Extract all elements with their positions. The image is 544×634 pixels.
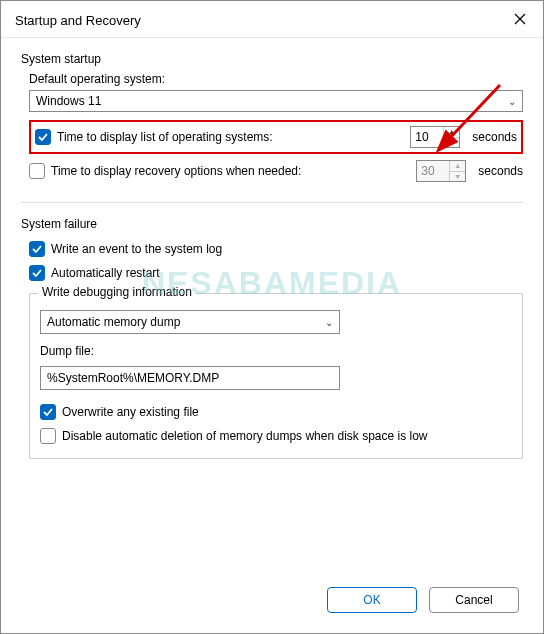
debug-type-value: Automatic memory dump bbox=[47, 315, 180, 329]
close-icon bbox=[514, 12, 526, 28]
spinner-down-icon[interactable]: ▼ bbox=[444, 138, 459, 148]
debug-type-select[interactable]: Automatic memory dump ⌄ bbox=[40, 310, 340, 334]
overwrite-checkbox[interactable] bbox=[40, 404, 56, 420]
overwrite-label: Overwrite any existing file bbox=[62, 405, 512, 419]
time-recovery-checkbox[interactable] bbox=[29, 163, 45, 179]
time-list-label: Time to display list of operating system… bbox=[57, 130, 400, 144]
divider bbox=[21, 202, 523, 203]
ok-button[interactable]: OK bbox=[327, 587, 417, 613]
default-os-label: Default operating system: bbox=[29, 72, 523, 86]
close-button[interactable] bbox=[509, 9, 531, 31]
default-os-value: Windows 11 bbox=[36, 94, 101, 108]
spinner-down-icon: ▼ bbox=[450, 172, 465, 182]
auto-restart-checkbox[interactable] bbox=[29, 265, 45, 281]
startup-recovery-dialog: Startup and Recovery System startup Defa… bbox=[0, 0, 544, 634]
cancel-button[interactable]: Cancel bbox=[429, 587, 519, 613]
default-os-select[interactable]: Windows 11 ⌄ bbox=[29, 90, 523, 112]
debug-info-group: Write debugging information Automatic me… bbox=[29, 293, 523, 459]
dialog-content: System startup Default operating system:… bbox=[1, 38, 543, 587]
time-list-checkbox[interactable] bbox=[35, 129, 51, 145]
button-bar: OK Cancel bbox=[1, 587, 543, 633]
dump-file-input[interactable] bbox=[40, 366, 340, 390]
titlebar: Startup and Recovery bbox=[1, 1, 543, 38]
time-list-row-highlight: Time to display list of operating system… bbox=[29, 120, 523, 154]
system-startup-label: System startup bbox=[21, 52, 523, 66]
write-event-checkbox[interactable] bbox=[29, 241, 45, 257]
dialog-title: Startup and Recovery bbox=[15, 13, 141, 28]
time-list-value[interactable]: 10 bbox=[411, 127, 443, 147]
write-event-label: Write an event to the system log bbox=[51, 242, 523, 256]
time-recovery-suffix: seconds bbox=[478, 164, 523, 178]
disable-auto-delete-checkbox[interactable] bbox=[40, 428, 56, 444]
disable-auto-delete-label: Disable automatic deletion of memory dum… bbox=[62, 429, 512, 443]
chevron-down-icon: ⌄ bbox=[325, 317, 333, 328]
time-recovery-label: Time to display recovery options when ne… bbox=[51, 164, 406, 178]
time-recovery-value: 30 bbox=[417, 161, 449, 181]
auto-restart-label: Automatically restart bbox=[51, 266, 523, 280]
system-failure-label: System failure bbox=[21, 217, 523, 231]
time-list-suffix: seconds bbox=[472, 130, 517, 144]
chevron-down-icon: ⌄ bbox=[508, 96, 516, 107]
time-recovery-spinner: 30 ▲ ▼ bbox=[416, 160, 466, 182]
dump-file-label: Dump file: bbox=[40, 344, 512, 358]
spinner-up-icon[interactable]: ▲ bbox=[444, 127, 459, 138]
time-list-spinner[interactable]: 10 ▲ ▼ bbox=[410, 126, 460, 148]
time-recovery-row: Time to display recovery options when ne… bbox=[29, 158, 523, 184]
spinner-up-icon: ▲ bbox=[450, 161, 465, 172]
debug-group-title: Write debugging information bbox=[38, 285, 196, 299]
